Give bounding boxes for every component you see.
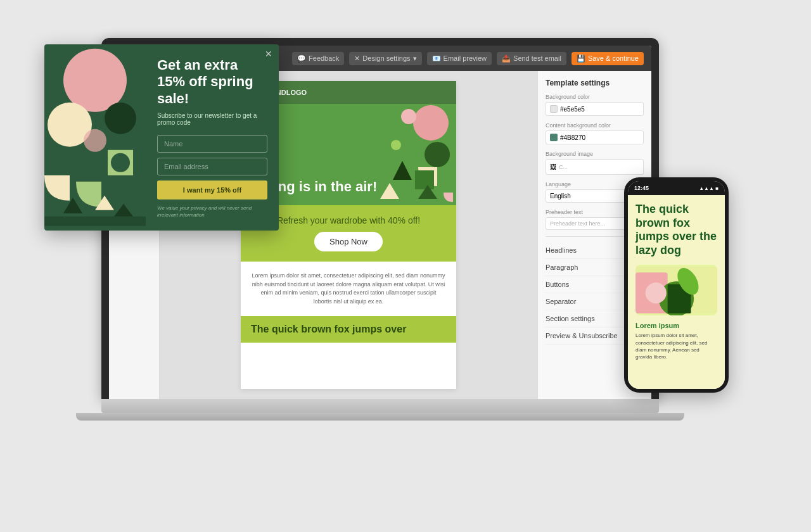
email-preview-button[interactable]: 📧 Email preview (427, 52, 492, 65)
svg-point-10 (63, 49, 127, 112)
bg-color-swatch (550, 105, 558, 113)
svg-point-1 (413, 105, 449, 141)
content-bg-section: Content background color #4B8270 (546, 122, 644, 144)
shop-now-button[interactable]: Shop Now (314, 232, 383, 251)
content-bg-swatch (550, 134, 558, 141)
phone-notch: 12:45 ▲▲▲ ■ (628, 181, 725, 195)
phone-screen: The quick brown fox jumps over the lazy … (628, 195, 725, 389)
design-settings-icon: ✕ (354, 54, 360, 63)
svg-rect-17 (44, 217, 146, 226)
bg-image-section: Background image 🖼 C... (546, 151, 644, 175)
popup-close-button[interactable]: ✕ (265, 49, 272, 58)
scene: ↩ ▾ ↻ 💬 Feedback ✕ Design settings ▾ 📧 (0, 0, 811, 532)
bg-color-section: Background color #e5e5e5 (546, 94, 644, 116)
popup-name-input[interactable] (157, 135, 267, 153)
bg-color-input[interactable]: #e5e5e5 (546, 102, 644, 116)
content-bg-input[interactable]: #4B8270 (546, 130, 644, 144)
svg-point-6 (391, 140, 401, 150)
popup-overlay: ✕ Get an extra 15% off spring sale! Subs… (44, 44, 279, 231)
bg-image-input[interactable]: 🖼 C... (546, 159, 644, 175)
email-preview-icon: 📧 (432, 54, 441, 63)
send-test-button[interactable]: 📤 Send test email (497, 52, 566, 65)
svg-point-13 (84, 129, 106, 152)
popup-cta-button[interactable]: I want my 15% off (157, 180, 267, 200)
laptop-foot (76, 413, 684, 421)
feedback-icon: 💬 (297, 54, 306, 63)
send-test-icon: 📤 (502, 54, 511, 63)
email-body: Lorem ipsum dolor sit amet, consectetuer… (241, 262, 456, 316)
popup-subtitle: Subscribe to our newsletter to get a pro… (157, 112, 267, 126)
bg-color-label: Background color (546, 94, 644, 100)
svg-point-12 (105, 103, 136, 134)
preheader-placeholder: Preheader text here... (550, 220, 605, 227)
save-continue-button[interactable]: 💾 Save & continue (572, 52, 644, 65)
email-body-text: Lorem ipsum dolor sit amet, consectetuer… (251, 272, 446, 306)
feedback-button[interactable]: 💬 Feedback (292, 52, 344, 65)
svg-point-19 (111, 153, 130, 172)
svg-point-24 (646, 282, 667, 303)
save-icon: 💾 (577, 54, 585, 63)
phone-lorem-text: Lorem ipsum dolor sit amet, consectetuer… (635, 332, 717, 360)
svg-point-3 (401, 109, 416, 124)
popup-content: ✕ Get an extra 15% off spring sale! Subs… (146, 44, 279, 231)
phone-status-icons: ▲▲▲ ■ (699, 186, 718, 191)
footer-heading: The quick brown fox jumps over (251, 324, 446, 335)
phone-heading: The quick brown fox jumps over the lazy … (635, 203, 717, 257)
content-bg-label: Content background color (546, 122, 644, 129)
phone-image (635, 265, 717, 315)
svg-rect-5 (415, 170, 434, 189)
design-settings-chevron: ▾ (413, 54, 417, 63)
popup-title: Get an extra 15% off spring sale! (157, 57, 267, 107)
popup-geometric (44, 44, 146, 231)
phone-time: 12:45 (634, 185, 649, 191)
panel-title: Template settings (546, 79, 644, 87)
phone-img-svg (635, 265, 717, 315)
image-icon: 🖼 (550, 163, 556, 170)
promo-text: Refresh your wardrobe with 40% off! (251, 215, 446, 225)
email-footer-preview: The quick brown fox jumps over (241, 316, 456, 343)
popup-left-panel (44, 44, 146, 231)
svg-point-2 (425, 142, 450, 167)
popup-disclaimer: We value your privacy and will never sen… (157, 205, 267, 218)
phone-lorem-title: Lorem ipsum (635, 322, 717, 329)
image-placeholder: C... (559, 164, 568, 170)
popup-email-input[interactable] (157, 158, 267, 175)
design-settings-button[interactable]: ✕ Design settings ▾ (349, 52, 421, 65)
laptop-base (101, 399, 659, 413)
bg-image-label: Background image (546, 151, 644, 157)
phone-mockup: 12:45 ▲▲▲ ■ The quick brown fox jumps ov… (624, 177, 729, 393)
